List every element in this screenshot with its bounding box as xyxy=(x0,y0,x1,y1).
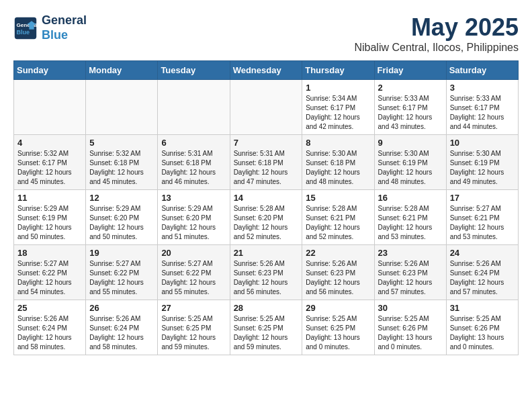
calendar-cell: 24Sunrise: 5:26 AM Sunset: 6:24 PM Dayli… xyxy=(446,245,518,300)
calendar-cell: 31Sunrise: 5:25 AM Sunset: 6:26 PM Dayli… xyxy=(446,300,518,355)
day-number: 19 xyxy=(89,248,154,258)
day-info: Sunrise: 5:26 AM Sunset: 6:23 PM Dayligh… xyxy=(234,259,299,297)
logo-icon: General Blue xyxy=(13,16,38,40)
calendar-table: SundayMondayTuesdayWednesdayThursdayFrid… xyxy=(13,60,519,355)
day-info: Sunrise: 5:34 AM Sunset: 6:17 PM Dayligh… xyxy=(306,94,370,132)
day-info: Sunrise: 5:27 AM Sunset: 6:22 PM Dayligh… xyxy=(17,259,82,297)
day-of-week-header: Wednesday xyxy=(230,61,302,80)
calendar-cell: 14Sunrise: 5:28 AM Sunset: 6:20 PM Dayli… xyxy=(230,190,302,245)
day-of-week-header: Friday xyxy=(374,61,446,80)
day-number: 20 xyxy=(161,248,226,258)
calendar-cell: 2Sunrise: 5:33 AM Sunset: 6:17 PM Daylig… xyxy=(374,80,446,135)
calendar-cell: 26Sunrise: 5:26 AM Sunset: 6:24 PM Dayli… xyxy=(86,300,158,355)
day-number: 30 xyxy=(378,303,443,313)
day-number: 2 xyxy=(378,83,443,93)
day-number: 5 xyxy=(89,138,154,148)
day-info: Sunrise: 5:27 AM Sunset: 6:22 PM Dayligh… xyxy=(89,259,154,297)
day-number: 11 xyxy=(17,193,82,203)
calendar-week-row: 4Sunrise: 5:32 AM Sunset: 6:17 PM Daylig… xyxy=(14,135,519,190)
day-info: Sunrise: 5:26 AM Sunset: 6:24 PM Dayligh… xyxy=(17,314,82,352)
day-info: Sunrise: 5:25 AM Sunset: 6:25 PM Dayligh… xyxy=(161,314,226,352)
day-of-week-header: Monday xyxy=(86,61,158,80)
calendar-cell xyxy=(230,80,302,135)
day-info: Sunrise: 5:27 AM Sunset: 6:21 PM Dayligh… xyxy=(450,204,515,242)
calendar-week-row: 1Sunrise: 5:34 AM Sunset: 6:17 PM Daylig… xyxy=(14,80,519,135)
calendar-cell: 23Sunrise: 5:26 AM Sunset: 6:23 PM Dayli… xyxy=(374,245,446,300)
day-info: Sunrise: 5:25 AM Sunset: 6:26 PM Dayligh… xyxy=(378,314,443,352)
calendar-cell: 9Sunrise: 5:30 AM Sunset: 6:19 PM Daylig… xyxy=(374,135,446,190)
day-number: 1 xyxy=(306,83,370,93)
day-number: 8 xyxy=(306,138,370,148)
day-of-week-header: Saturday xyxy=(446,61,518,80)
day-number: 22 xyxy=(306,248,370,258)
calendar-cell: 12Sunrise: 5:29 AM Sunset: 6:20 PM Dayli… xyxy=(86,190,158,245)
calendar-cell: 6Sunrise: 5:31 AM Sunset: 6:18 PM Daylig… xyxy=(158,135,230,190)
calendar-cell xyxy=(158,80,230,135)
calendar-cell: 7Sunrise: 5:31 AM Sunset: 6:18 PM Daylig… xyxy=(230,135,302,190)
calendar-cell: 25Sunrise: 5:26 AM Sunset: 6:24 PM Dayli… xyxy=(14,300,86,355)
day-number: 4 xyxy=(17,138,82,148)
month-title: May 2025 xyxy=(354,13,519,42)
calendar-week-row: 25Sunrise: 5:26 AM Sunset: 6:24 PM Dayli… xyxy=(14,300,519,355)
day-info: Sunrise: 5:30 AM Sunset: 6:19 PM Dayligh… xyxy=(450,149,515,187)
day-number: 18 xyxy=(17,248,82,258)
logo-text: General Blue xyxy=(42,13,87,42)
calendar-cell: 10Sunrise: 5:30 AM Sunset: 6:19 PM Dayli… xyxy=(446,135,518,190)
location-title: Nibaliw Central, Ilocos, Philippines xyxy=(354,42,519,54)
calendar-cell: 19Sunrise: 5:27 AM Sunset: 6:22 PM Dayli… xyxy=(86,245,158,300)
calendar-cell: 20Sunrise: 5:27 AM Sunset: 6:22 PM Dayli… xyxy=(158,245,230,300)
day-info: Sunrise: 5:28 AM Sunset: 6:21 PM Dayligh… xyxy=(378,204,443,242)
day-number: 26 xyxy=(89,303,154,313)
calendar-week-row: 11Sunrise: 5:29 AM Sunset: 6:19 PM Dayli… xyxy=(14,190,519,245)
day-of-week-header: Thursday xyxy=(302,61,374,80)
calendar-cell: 5Sunrise: 5:32 AM Sunset: 6:18 PM Daylig… xyxy=(86,135,158,190)
calendar-cell: 8Sunrise: 5:30 AM Sunset: 6:18 PM Daylig… xyxy=(302,135,374,190)
calendar-header-row: SundayMondayTuesdayWednesdayThursdayFrid… xyxy=(14,61,519,80)
day-info: Sunrise: 5:28 AM Sunset: 6:20 PM Dayligh… xyxy=(234,204,299,242)
day-number: 7 xyxy=(234,138,299,148)
calendar-cell: 30Sunrise: 5:25 AM Sunset: 6:26 PM Dayli… xyxy=(374,300,446,355)
day-number: 21 xyxy=(234,248,299,258)
day-info: Sunrise: 5:30 AM Sunset: 6:18 PM Dayligh… xyxy=(306,149,370,187)
logo: General Blue General Blue xyxy=(13,13,87,42)
page-header: General Blue General Blue May 2025 Nibal… xyxy=(13,13,519,54)
calendar-cell: 16Sunrise: 5:28 AM Sunset: 6:21 PM Dayli… xyxy=(374,190,446,245)
day-info: Sunrise: 5:25 AM Sunset: 6:25 PM Dayligh… xyxy=(234,314,299,352)
day-info: Sunrise: 5:25 AM Sunset: 6:25 PM Dayligh… xyxy=(306,314,370,352)
calendar-cell: 1Sunrise: 5:34 AM Sunset: 6:17 PM Daylig… xyxy=(302,80,374,135)
calendar-cell: 3Sunrise: 5:33 AM Sunset: 6:17 PM Daylig… xyxy=(446,80,518,135)
calendar-cell: 22Sunrise: 5:26 AM Sunset: 6:23 PM Dayli… xyxy=(302,245,374,300)
day-info: Sunrise: 5:26 AM Sunset: 6:23 PM Dayligh… xyxy=(378,259,443,297)
day-of-week-header: Sunday xyxy=(14,61,86,80)
day-number: 3 xyxy=(450,83,515,93)
calendar-cell: 27Sunrise: 5:25 AM Sunset: 6:25 PM Dayli… xyxy=(158,300,230,355)
day-number: 29 xyxy=(306,303,370,313)
day-info: Sunrise: 5:26 AM Sunset: 6:24 PM Dayligh… xyxy=(89,314,154,352)
day-info: Sunrise: 5:33 AM Sunset: 6:17 PM Dayligh… xyxy=(378,94,443,132)
calendar-cell: 13Sunrise: 5:29 AM Sunset: 6:20 PM Dayli… xyxy=(158,190,230,245)
day-number: 23 xyxy=(378,248,443,258)
calendar-cell: 18Sunrise: 5:27 AM Sunset: 6:22 PM Dayli… xyxy=(14,245,86,300)
day-number: 31 xyxy=(450,303,515,313)
day-number: 17 xyxy=(450,193,515,203)
day-number: 24 xyxy=(450,248,515,258)
day-info: Sunrise: 5:29 AM Sunset: 6:20 PM Dayligh… xyxy=(161,204,226,242)
calendar-cell: 28Sunrise: 5:25 AM Sunset: 6:25 PM Dayli… xyxy=(230,300,302,355)
day-info: Sunrise: 5:26 AM Sunset: 6:24 PM Dayligh… xyxy=(450,259,515,297)
day-number: 28 xyxy=(234,303,299,313)
day-number: 9 xyxy=(378,138,443,148)
day-info: Sunrise: 5:30 AM Sunset: 6:19 PM Dayligh… xyxy=(378,149,443,187)
day-info: Sunrise: 5:32 AM Sunset: 6:17 PM Dayligh… xyxy=(17,149,82,187)
day-number: 13 xyxy=(161,193,226,203)
day-info: Sunrise: 5:28 AM Sunset: 6:21 PM Dayligh… xyxy=(306,204,370,242)
day-info: Sunrise: 5:31 AM Sunset: 6:18 PM Dayligh… xyxy=(234,149,299,187)
svg-text:Blue: Blue xyxy=(17,29,30,36)
day-info: Sunrise: 5:29 AM Sunset: 6:20 PM Dayligh… xyxy=(89,204,154,242)
calendar-cell xyxy=(14,80,86,135)
day-number: 27 xyxy=(161,303,226,313)
calendar-cell: 21Sunrise: 5:26 AM Sunset: 6:23 PM Dayli… xyxy=(230,245,302,300)
day-of-week-header: Tuesday xyxy=(158,61,230,80)
calendar-cell: 17Sunrise: 5:27 AM Sunset: 6:21 PM Dayli… xyxy=(446,190,518,245)
day-number: 6 xyxy=(161,138,226,148)
day-number: 10 xyxy=(450,138,515,148)
